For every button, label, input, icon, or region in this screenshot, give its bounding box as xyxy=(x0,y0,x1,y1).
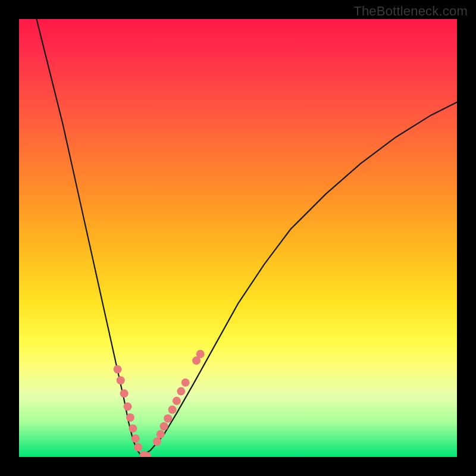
data-marker xyxy=(134,443,142,452)
data-marker xyxy=(153,437,161,446)
data-marker xyxy=(120,389,129,397)
data-marker xyxy=(181,378,190,387)
data-marker xyxy=(168,406,177,414)
data-marker xyxy=(173,397,181,405)
data-marker xyxy=(114,365,122,374)
watermark-text: TheBottleneck.com xyxy=(353,4,468,19)
data-marker xyxy=(129,424,137,433)
data-marker xyxy=(196,350,205,358)
data-marker xyxy=(117,376,125,384)
data-marker xyxy=(156,430,165,439)
data-marker xyxy=(126,414,134,422)
data-marker xyxy=(160,422,168,430)
data-marker xyxy=(124,402,132,411)
data-marker xyxy=(164,414,172,422)
data-marker xyxy=(177,387,185,396)
data-marker xyxy=(131,434,140,443)
plot-area xyxy=(19,19,457,457)
chart-svg xyxy=(19,19,457,457)
chart-frame: TheBottleneck.com xyxy=(0,0,476,476)
curve-right-branch xyxy=(142,102,457,456)
